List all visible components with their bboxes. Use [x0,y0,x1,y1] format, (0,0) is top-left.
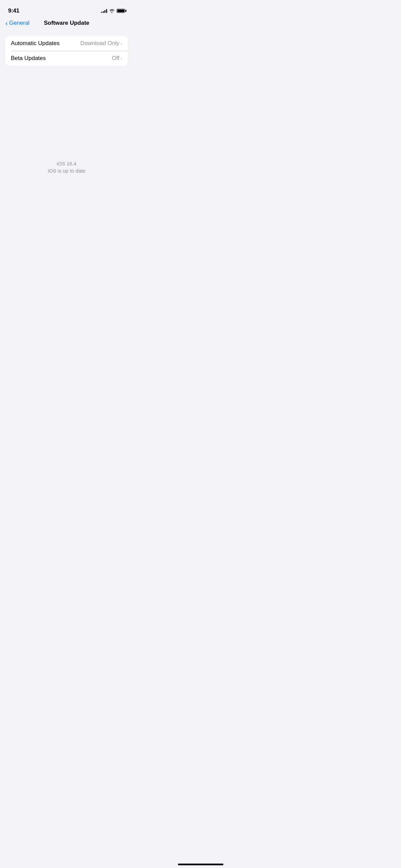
beta-updates-chevron-icon: › [121,56,122,61]
status-icons [101,9,125,13]
back-chevron-icon: ‹ [5,20,8,26]
wifi-icon [109,9,115,13]
version-info: iOS 16.4 iOS is up to date [0,161,133,174]
back-button[interactable]: ‹ General [5,20,29,26]
settings-group: Automatic Updates Download Only › Beta U… [5,36,128,66]
automatic-updates-row[interactable]: Automatic Updates Download Only › [5,36,128,51]
content-area: Automatic Updates Download Only › Beta U… [0,31,133,66]
battery-icon [117,9,125,13]
ios-status-label: iOS is up to date [48,168,85,174]
ios-version-label: iOS 16.4 [57,161,76,166]
automatic-updates-value-container: Download Only › [80,40,122,47]
beta-updates-row[interactable]: Beta Updates Off › [5,51,128,66]
automatic-updates-label: Automatic Updates [11,40,60,47]
beta-updates-value: Off [112,55,119,62]
status-bar: 9:41 [0,0,133,17]
automatic-updates-chevron-icon: › [121,41,122,46]
back-label: General [9,20,29,26]
navigation-bar: ‹ General Software Update [0,17,133,31]
automatic-updates-value: Download Only [80,40,119,47]
page-title: Software Update [44,20,89,26]
beta-updates-label: Beta Updates [11,55,46,62]
beta-updates-value-container: Off › [112,55,122,62]
status-time: 9:41 [8,7,19,14]
signal-bars-icon [101,9,107,13]
